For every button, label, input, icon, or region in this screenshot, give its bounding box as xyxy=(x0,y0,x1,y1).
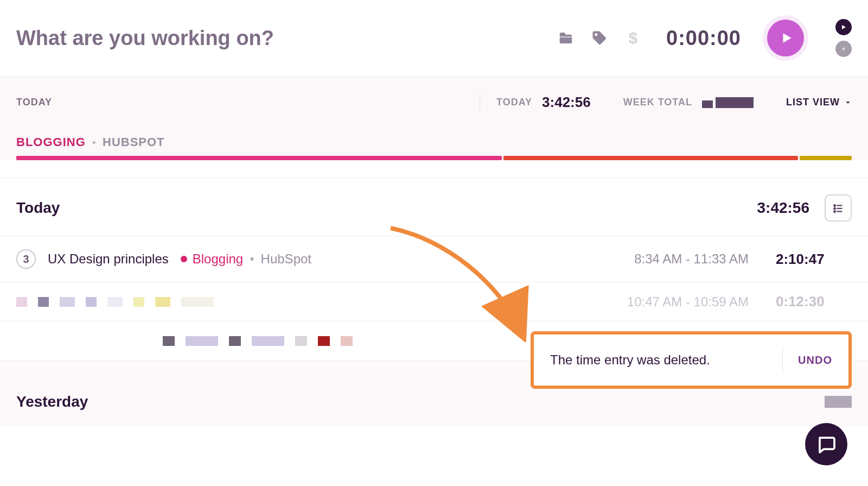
yesterday-total-redacted xyxy=(825,396,852,408)
summary-today-label: TODAY xyxy=(16,97,52,108)
today-value: 3:42:56 xyxy=(542,94,591,111)
entry-time-range: 8:34 AM - 11:33 AM xyxy=(634,251,749,267)
timer-display: 0:00:00 xyxy=(666,27,741,50)
summary-project-name: BLOGGING xyxy=(16,135,86,149)
project-name: Blogging xyxy=(193,251,243,267)
svg-point-0 xyxy=(834,205,835,206)
divider xyxy=(480,95,480,110)
week-total-label: WEEK TOTAL xyxy=(623,97,692,108)
yesterday-title: Yesterday xyxy=(16,393,88,411)
summary-client-name: HUBSPOT xyxy=(103,135,165,149)
bar-segment xyxy=(800,156,852,160)
entry-time-range-redacted: 10:47 AM - 10:59 AM xyxy=(627,294,749,310)
day-title: Today xyxy=(16,199,60,217)
today-block: TODAY 3:42:56 xyxy=(496,94,591,111)
day-total: 3:42:56 xyxy=(757,199,809,217)
svg-point-2 xyxy=(834,208,835,210)
day-header: Today 3:42:56 xyxy=(0,178,868,236)
bar-segment xyxy=(16,156,502,160)
dot-separator: • xyxy=(250,251,254,267)
time-entry-redacted: 10:47 AM - 10:59 AM 0:12:30 xyxy=(0,282,868,321)
toast-message: The time entry was deleted. xyxy=(550,352,767,368)
timer-bar: $ 0:00:00 xyxy=(0,0,868,76)
start-timer-button[interactable] xyxy=(767,20,804,56)
timer-mode-button[interactable] xyxy=(835,19,852,35)
summary-row: TODAY TODAY 3:42:56 WEEK TOTAL LIST VIEW xyxy=(16,77,852,122)
bulk-edit-toggle[interactable] xyxy=(825,194,852,222)
week-total-block: WEEK TOTAL xyxy=(623,97,754,108)
client-name: HubSpot xyxy=(261,251,311,267)
undo-toast: The time entry was deleted. UNDO xyxy=(531,331,852,389)
entry-duration-redacted: 0:12:30 xyxy=(776,293,852,310)
toast-divider xyxy=(782,346,783,374)
chevron-down-icon xyxy=(844,99,852,106)
mode-stack xyxy=(835,19,852,57)
entry-duration: 2:10:47 xyxy=(776,251,852,268)
week-chart xyxy=(702,97,754,108)
project-line: BLOGGING • HUBSPOT xyxy=(16,122,852,156)
chat-icon xyxy=(816,434,836,454)
summary-panel: TODAY TODAY 3:42:56 WEEK TOTAL LIST VIEW… xyxy=(0,76,868,160)
time-distribution-bar xyxy=(16,156,852,160)
svg-point-4 xyxy=(834,211,835,212)
entry-title: UX Design principles xyxy=(48,251,169,267)
task-input[interactable] xyxy=(16,27,557,50)
list-view-label: LIST VIEW xyxy=(786,97,840,108)
entry-group-count[interactable]: 3 xyxy=(16,249,36,269)
list-icon xyxy=(832,202,844,214)
tag-icon[interactable] xyxy=(591,29,608,47)
dot-separator: • xyxy=(92,137,95,148)
help-chat-button[interactable] xyxy=(805,423,847,465)
time-entry[interactable]: 3 UX Design principles Blogging • HubSpo… xyxy=(0,236,868,282)
folder-icon[interactable] xyxy=(557,29,575,47)
entry-project[interactable]: Blogging • HubSpot xyxy=(181,251,311,267)
list-view-toggle[interactable]: LIST VIEW xyxy=(786,97,852,108)
bar-segment xyxy=(503,156,798,160)
timer-actions: $ 0:00:00 xyxy=(557,19,852,57)
manual-mode-button[interactable] xyxy=(835,41,852,57)
project-color-dot xyxy=(181,256,187,262)
undo-button[interactable]: UNDO xyxy=(798,354,832,367)
billable-icon[interactable]: $ xyxy=(624,29,642,47)
page-root: $ 0:00:00 TODAY TODAY 3:42:56 xyxy=(0,0,868,486)
today-label: TODAY xyxy=(496,97,532,108)
